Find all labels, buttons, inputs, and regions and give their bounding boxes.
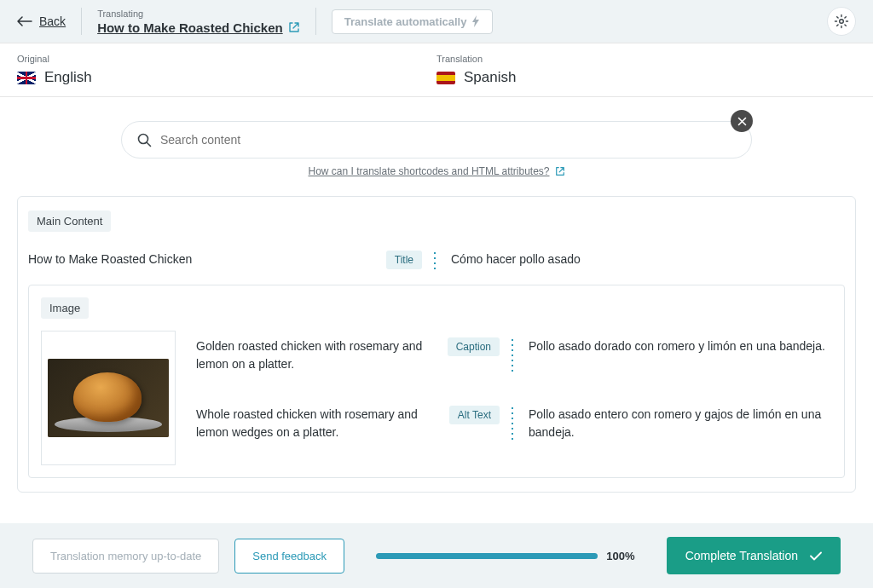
translating-title-link[interactable]: How to Make Roasted Chicken <box>97 20 300 35</box>
back-label: Back <box>39 14 66 28</box>
es-flag-icon <box>436 72 455 84</box>
image-thumbnail-box[interactable] <box>41 331 176 465</box>
separator <box>510 406 515 441</box>
language-header: Original English Translation Spanish <box>0 43 873 97</box>
alt-text-tag: Alt Text <box>449 406 500 424</box>
caption-source[interactable]: Golden roasted chicken with rosemary and… <box>196 337 441 373</box>
separator <box>432 251 437 269</box>
original-lang-name: English <box>44 69 92 86</box>
svg-point-0 <box>840 20 844 24</box>
original-label: Original <box>17 54 436 64</box>
title-source[interactable]: How to Make Roasted Chicken <box>28 251 379 268</box>
separator <box>510 337 515 373</box>
content-card: Main Content How to Make Roasted Chicken… <box>17 196 856 493</box>
translate-auto-label: Translate automatically <box>344 15 467 28</box>
clear-search-button[interactable] <box>731 110 753 132</box>
translating-label: Translating <box>97 9 300 19</box>
alt-target[interactable]: Pollo asado entero con romero y gajos de… <box>525 406 832 441</box>
search-area: How can I translate shortcodes and HTML … <box>104 121 769 177</box>
translation-lang-name: Spanish <box>464 69 516 86</box>
shortcodes-help-link[interactable]: How can I translate shortcodes and HTML … <box>308 165 549 177</box>
external-link-icon <box>288 21 300 33</box>
caption-row: Golden roasted chicken with rosemary and… <box>196 331 832 380</box>
caption-tag: Caption <box>448 337 500 356</box>
main-content-tag: Main Content <box>28 210 111 232</box>
header-bar: Back Translating How to Make Roasted Chi… <box>0 0 873 43</box>
search-icon <box>137 133 152 147</box>
divider <box>81 8 82 35</box>
lightning-icon <box>471 15 480 27</box>
uk-flag-icon <box>17 72 36 84</box>
gear-icon <box>834 14 849 29</box>
settings-button[interactable] <box>827 7 856 36</box>
translating-title-text: How to Make Roasted Chicken <box>97 20 283 35</box>
title-tag: Title <box>386 251 422 269</box>
original-lang-col: Original English <box>17 54 436 86</box>
search-input-wrap <box>121 121 752 159</box>
back-link[interactable]: Back <box>17 14 66 28</box>
image-card: Image Golden roasted chicken with rosema… <box>28 285 845 478</box>
translating-block: Translating How to Make Roasted Chicken <box>97 9 300 35</box>
search-input[interactable] <box>160 133 736 147</box>
alt-source[interactable]: Whole roasted chicken with rosemary and … <box>196 406 442 441</box>
caption-target[interactable]: Pollo asado dorado con romero y limón en… <box>525 337 832 355</box>
translation-label: Translation <box>436 54 856 64</box>
title-row: How to Make Roasted Chicken Title Cómo h… <box>28 244 845 276</box>
arrow-left-icon <box>17 16 32 26</box>
alt-text-row: Whole roasted chicken with rosemary and … <box>196 399 832 448</box>
translate-auto-button[interactable]: Translate automatically <box>332 9 494 34</box>
title-target[interactable]: Cómo hacer pollo asado <box>448 251 845 268</box>
close-icon <box>737 117 747 126</box>
roasted-chicken-image <box>48 359 169 437</box>
image-section-tag: Image <box>41 297 89 319</box>
divider <box>315 8 316 35</box>
translation-lang-col: Translation Spanish <box>436 54 856 86</box>
external-link-icon <box>555 166 565 176</box>
